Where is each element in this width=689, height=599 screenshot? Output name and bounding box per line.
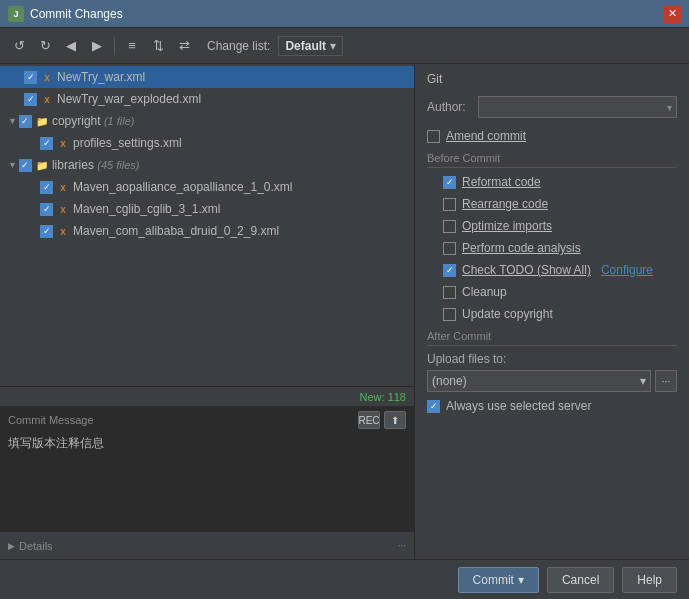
changelist-value: Default <box>285 39 326 53</box>
checkbox-maven-druid[interactable] <box>40 225 53 238</box>
upload-files-label: Upload files to: <box>427 352 506 366</box>
commit-button-label: Commit <box>473 573 514 587</box>
checkbox-newtrywarexploded[interactable] <box>24 93 37 106</box>
reformat-code-checkbox[interactable] <box>443 176 456 189</box>
status-bar: New: 118 <box>0 386 414 406</box>
rearrange-code-checkbox[interactable] <box>443 198 456 211</box>
body-area: x NewTry_war.xml x NewTry_war_exploded.x… <box>0 64 689 559</box>
perform-analysis-label: Perform code analysis <box>462 241 581 255</box>
upload-more-button[interactable]: ··· <box>655 370 677 392</box>
changelist-arrow-icon: ▾ <box>330 39 336 53</box>
changelist-dropdown[interactable]: Default ▾ <box>278 36 343 56</box>
checkbox-profiles[interactable] <box>40 137 53 150</box>
checkbox-libraries[interactable] <box>19 159 32 172</box>
details-section[interactable]: ▶ Details ··· <box>0 531 414 559</box>
always-use-server-row[interactable]: Always use selected server <box>427 398 677 414</box>
new-count: New: 118 <box>360 391 406 403</box>
configure-link[interactable]: Configure <box>601 263 653 277</box>
expand-button[interactable]: ⇄ <box>173 35 195 57</box>
cancel-button[interactable]: Cancel <box>547 567 614 593</box>
upload-row: (none) ▾ ··· <box>427 370 677 392</box>
git-tab-label: Git <box>427 72 677 86</box>
optimize-imports-row[interactable]: Optimize imports <box>427 218 677 234</box>
expand-arrow-icon: ▼ <box>8 116 17 126</box>
details-expand-icon: ▶ <box>8 541 15 551</box>
perform-analysis-checkbox[interactable] <box>443 242 456 255</box>
commit-button[interactable]: Commit ▾ <box>458 567 539 593</box>
cleanup-checkbox[interactable] <box>443 286 456 299</box>
undo-button[interactable]: ↻ <box>34 35 56 57</box>
tree-item-newtrywarexploded[interactable]: x NewTry_war_exploded.xml <box>0 88 414 110</box>
refresh-button[interactable]: ↺ <box>8 35 30 57</box>
help-button[interactable]: Help <box>622 567 677 593</box>
before-commit-header: Before Commit <box>427 152 677 168</box>
file-label: NewTry_war_exploded.xml <box>57 92 201 106</box>
update-copyright-label: Update copyright <box>462 307 553 321</box>
always-use-server-checkbox[interactable] <box>427 400 440 413</box>
tree-item-newtrrywar[interactable]: x NewTry_war.xml <box>0 66 414 88</box>
tree-item-maven-druid[interactable]: x Maven_com_alibaba_druid_0_2_9.xml <box>0 220 414 242</box>
optimize-imports-checkbox[interactable] <box>443 220 456 233</box>
check-todo-checkbox[interactable] <box>443 264 456 277</box>
checkbox-maven-aop[interactable] <box>40 181 53 194</box>
tree-item-libraries-group[interactable]: ▼ 📁 libraries (45 files) <box>0 154 414 176</box>
upload-value: (none) <box>432 374 467 388</box>
amend-commit-label: Amend commit <box>446 129 526 143</box>
tree-item-copyright-group[interactable]: ▼ 📁 copyright (1 file) <box>0 110 414 132</box>
rec-button[interactable]: REC <box>358 411 380 429</box>
xml-file-icon: x <box>40 70 54 84</box>
tree-item-profilessettings[interactable]: x profiles_settings.xml <box>0 132 414 154</box>
check-todo-row[interactable]: Check TODO (Show All) Configure <box>427 262 677 278</box>
optimize-imports-label: Optimize imports <box>462 219 552 233</box>
app-icon: J <box>8 6 24 22</box>
bottom-bar: Commit ▾ Cancel Help <box>0 559 689 599</box>
checkbox-maven-cglib[interactable] <box>40 203 53 216</box>
forward-button[interactable]: ▶ <box>86 35 108 57</box>
commit-message-actions: REC ⬆ <box>358 411 406 429</box>
commit-message-label: Commit Message <box>8 414 94 426</box>
push-button[interactable]: ⬆ <box>384 411 406 429</box>
file-label: Maven_aopalliance_aopalliance_1_0.xml <box>73 180 293 194</box>
checkbox-newtrywar[interactable] <box>24 71 37 84</box>
rearrange-code-label: Rearrange code <box>462 197 548 211</box>
title-bar: J Commit Changes ✕ <box>0 0 689 28</box>
changelist-label: Change list: <box>207 39 270 53</box>
file-label: Maven_cglib_cglib_3_1.xml <box>73 202 220 216</box>
update-copyright-checkbox[interactable] <box>443 308 456 321</box>
file-tree[interactable]: x NewTry_war.xml x NewTry_war_exploded.x… <box>0 64 414 386</box>
sort-button[interactable]: ⇅ <box>147 35 169 57</box>
checkbox-copyright[interactable] <box>19 115 32 128</box>
perform-analysis-row[interactable]: Perform code analysis <box>427 240 677 256</box>
author-dropdown-arrow-icon: ▾ <box>667 102 672 113</box>
amend-commit-row[interactable]: Amend commit <box>427 128 677 144</box>
after-commit-header: After Commit <box>427 330 677 346</box>
reformat-code-label: Reformat code <box>462 175 541 189</box>
dialog-title: Commit Changes <box>30 7 123 21</box>
close-button[interactable]: ✕ <box>663 5 681 23</box>
upload-dropdown-arrow-icon: ▾ <box>640 374 646 388</box>
back-button[interactable]: ◀ <box>60 35 82 57</box>
file-label: Maven_com_alibaba_druid_0_2_9.xml <box>73 224 279 238</box>
list-view-button[interactable]: ≡ <box>121 35 143 57</box>
reformat-code-row[interactable]: Reformat code <box>427 174 677 190</box>
tree-item-maven-aop[interactable]: x Maven_aopalliance_aopalliance_1_0.xml <box>0 176 414 198</box>
commit-message-input[interactable]: 填写版本注释信息 <box>0 431 414 531</box>
update-copyright-row[interactable]: Update copyright <box>427 306 677 322</box>
group-label-2: libraries (45 files) <box>52 158 140 172</box>
xml-file-icon-5: x <box>56 202 70 216</box>
amend-commit-checkbox[interactable] <box>427 130 440 143</box>
left-panel: x NewTry_war.xml x NewTry_war_exploded.x… <box>0 64 415 559</box>
tree-item-maven-cglib[interactable]: x Maven_cglib_cglib_3_1.xml <box>0 198 414 220</box>
commit-message-area: Commit Message REC ⬆ 填写版本注释信息 <box>0 406 414 531</box>
main-container: ↺ ↻ ◀ ▶ ≡ ⇅ ⇄ Change list: Default ▾ x N… <box>0 28 689 599</box>
cleanup-row[interactable]: Cleanup <box>427 284 677 300</box>
xml-file-icon-6: x <box>56 224 70 238</box>
rearrange-code-row[interactable]: Rearrange code <box>427 196 677 212</box>
xml-file-icon-2: x <box>40 92 54 106</box>
author-dropdown[interactable]: ▾ <box>478 96 677 118</box>
file-label: NewTry_war.xml <box>57 70 145 84</box>
xml-file-icon-4: x <box>56 180 70 194</box>
always-use-server-label: Always use selected server <box>446 399 591 413</box>
details-label: Details <box>19 540 53 552</box>
upload-dropdown[interactable]: (none) ▾ <box>427 370 651 392</box>
